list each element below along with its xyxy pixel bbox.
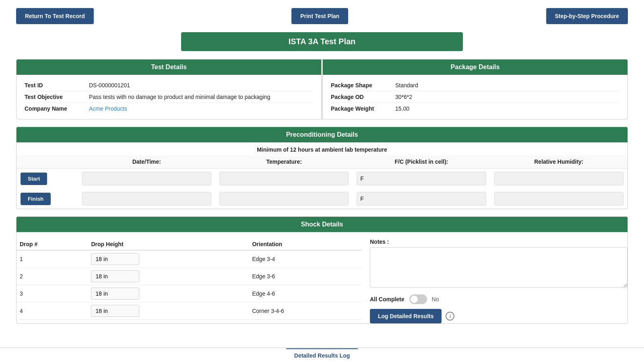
package-od-row: Package OD 30*6*2	[331, 91, 619, 103]
package-weight-label: Package Weight	[331, 105, 395, 112]
orientation-cell: Corner 3-4-6	[249, 302, 362, 320]
notes-label: Notes :	[370, 239, 627, 245]
detailed-results-log-tab-label: Detailed Results Log	[294, 352, 350, 359]
preconditioning-header: Preconditioning Details	[17, 127, 627, 142]
package-weight-row: Package Weight 15.00	[331, 103, 619, 114]
print-test-plan-button[interactable]: Print Test Plan	[291, 8, 348, 24]
top-bar: Return To Test Record Print Test Plan St…	[0, 0, 644, 32]
drop-num-cell: 3	[17, 285, 88, 302]
detailed-results-log-tab[interactable]: Detailed Results Log	[286, 348, 358, 362]
test-objective-row: Test Objective Pass tests with no damage…	[25, 91, 313, 103]
drop-height-cell[interactable]	[88, 250, 249, 268]
precon-start-temp-cell[interactable]	[215, 169, 353, 189]
precon-finish-fc-cell[interactable]	[353, 189, 490, 209]
shock-table: Drop # Drop Height Orientation 1 Edge 3-…	[17, 239, 362, 320]
drop-height-col: Drop Height	[88, 239, 249, 250]
all-complete-label: All Complete	[370, 296, 405, 302]
preconditioning-table: Date/Time: Temperature: F/C (Picklist in…	[17, 155, 627, 209]
precon-start-fc-cell[interactable]	[353, 169, 490, 189]
orientation-col: Orientation	[249, 239, 362, 250]
finish-humidity-input[interactable]	[494, 192, 623, 206]
preconditioning-body: Minimum of 12 hours at ambient lab tempe…	[17, 142, 627, 209]
details-row: Test Details Test ID DS-0000001201 Test …	[16, 59, 628, 119]
bottom-bar: Detailed Results Log	[0, 348, 644, 362]
drop-num-cell: 4	[17, 302, 88, 320]
drop-num-cell: 1	[17, 250, 88, 268]
drop-height-input-4[interactable]	[91, 305, 139, 317]
orientation-cell: Edge 3-4	[249, 250, 362, 268]
package-od-value: 30*6*2	[395, 94, 412, 100]
notes-textarea[interactable]	[370, 247, 627, 288]
start-fc-input[interactable]	[357, 172, 486, 185]
toggle-no-label: No	[432, 296, 439, 302]
step-by-step-procedure-button[interactable]: Step-by-Step Procedure	[546, 8, 628, 24]
shock-details-header: Shock Details	[17, 217, 627, 232]
company-name-link[interactable]: Acme Products	[89, 105, 127, 112]
company-name-row: Company Name Acme Products	[25, 103, 313, 114]
drop-height-cell[interactable]	[88, 268, 249, 285]
precon-action-col	[17, 155, 78, 169]
precon-start-row: Start	[17, 169, 627, 189]
precon-finish-row: Finish	[17, 189, 627, 209]
package-shape-row: Package Shape Standard	[331, 80, 619, 91]
finish-temperature-input[interactable]	[219, 192, 349, 206]
table-row: 2 Edge 3-6	[17, 268, 362, 285]
start-humidity-input[interactable]	[494, 172, 623, 185]
test-id-value: DS-0000001201	[89, 82, 130, 88]
test-objective-label: Test Objective	[25, 94, 89, 100]
start-temperature-input[interactable]	[219, 172, 349, 185]
start-datetime-input[interactable]	[82, 172, 211, 185]
package-details-body: Package Shape Standard Package OD 30*6*2…	[323, 75, 627, 119]
finish-button[interactable]: Finish	[21, 193, 51, 205]
precon-humidity-col: Relative Humidity:	[490, 155, 627, 169]
shock-grid: Drop # Drop Height Orientation 1 Edge 3-…	[17, 232, 627, 323]
precon-finish-humidity-cell[interactable]	[490, 189, 627, 209]
toggle-slider	[409, 294, 427, 304]
precon-temperature-col: Temperature:	[215, 155, 353, 169]
shock-details-section: Shock Details Drop # Drop Height Orienta…	[16, 216, 628, 324]
package-shape-value: Standard	[395, 82, 418, 88]
package-details-section: Package Details Package Shape Standard P…	[323, 60, 627, 119]
return-to-test-record-button[interactable]: Return To Test Record	[16, 8, 94, 24]
precon-finish-temp-cell[interactable]	[215, 189, 353, 209]
precon-start-datetime-cell[interactable]	[78, 169, 215, 189]
package-weight-value: 15.00	[395, 105, 409, 112]
test-details-body: Test ID DS-0000001201 Test Objective Pas…	[17, 75, 321, 119]
table-row: 4 Corner 3-4-6	[17, 302, 362, 320]
start-button[interactable]: Start	[21, 173, 47, 185]
precon-fc-col: F/C (Picklist in cell):	[353, 155, 490, 169]
drop-height-cell[interactable]	[88, 302, 249, 320]
table-row: 3 Edge 4-6	[17, 285, 362, 302]
finish-fc-input[interactable]	[357, 192, 486, 206]
all-complete-toggle[interactable]	[409, 294, 427, 304]
drop-num-cell: 2	[17, 268, 88, 285]
table-row: 1 Edge 3-4	[17, 250, 362, 268]
log-results-row: Log Detailed Results i	[370, 309, 627, 323]
package-details-header: Package Details	[323, 60, 627, 75]
precon-header-row: Date/Time: Temperature: F/C (Picklist in…	[17, 155, 627, 169]
test-details-header: Test Details	[17, 60, 321, 75]
drop-height-input-2[interactable]	[91, 270, 139, 282]
orientation-cell: Edge 3-6	[249, 268, 362, 285]
shock-table-container: Drop # Drop Height Orientation 1 Edge 3-…	[17, 239, 362, 323]
precon-start-humidity-cell[interactable]	[490, 169, 627, 189]
precon-finish-datetime-cell[interactable]	[78, 189, 215, 209]
drop-height-input-1[interactable]	[91, 253, 139, 265]
drop-height-input-3[interactable]	[91, 288, 139, 300]
preconditioning-section: Preconditioning Details Minimum of 12 ho…	[16, 127, 628, 209]
drop-height-cell[interactable]	[88, 285, 249, 302]
precon-start-btn-cell: Start	[17, 169, 78, 189]
finish-datetime-input[interactable]	[82, 192, 211, 206]
info-icon[interactable]: i	[446, 312, 454, 321]
shock-right-panel: Notes : All Complete No Log Detailed Res…	[370, 239, 627, 323]
package-shape-label: Package Shape	[331, 82, 395, 88]
page-title: ISTA 3A Test Plan	[181, 32, 463, 51]
company-name-label: Company Name	[25, 105, 89, 112]
test-id-label: Test ID	[25, 82, 89, 88]
orientation-cell: Edge 4-6	[249, 285, 362, 302]
log-detailed-results-button[interactable]: Log Detailed Results	[370, 309, 442, 323]
drop-num-col: Drop #	[17, 239, 88, 250]
main-content: Test Details Test ID DS-0000001201 Test …	[0, 59, 644, 340]
shock-header-row: Drop # Drop Height Orientation	[17, 239, 362, 250]
precon-datetime-col: Date/Time:	[78, 155, 215, 169]
